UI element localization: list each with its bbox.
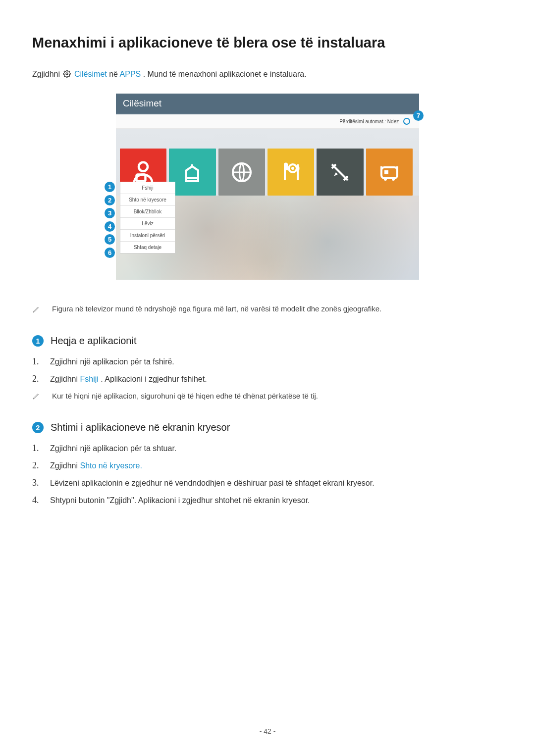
badge-column: 1 2 3 4 5 6 bbox=[105, 182, 115, 260]
section-2-badge: 2 bbox=[32, 422, 44, 433]
section-1-list: 1. Zgjidhni një aplikacion për ta fshirë… bbox=[32, 356, 503, 402]
menu-block[interactable]: Bllok/Zhbllok bbox=[120, 206, 175, 218]
menu-reinstall[interactable]: Instaloni përsëri bbox=[120, 230, 175, 242]
gear-icon bbox=[63, 70, 71, 80]
app-tile-dark[interactable] bbox=[317, 149, 363, 196]
list-item: 2. Zgjidhni Shto në kryesore. bbox=[32, 460, 503, 471]
menu-details[interactable]: Shfaq detaje bbox=[120, 242, 175, 253]
callout-badge-4: 4 bbox=[105, 221, 115, 232]
tv-screenshot: Cilësimet Përditësimi automat.: Ndez bbox=[116, 94, 419, 280]
svg-rect-7 bbox=[381, 167, 397, 178]
svg-point-9 bbox=[392, 178, 395, 181]
list-item: 3. Lëvizeni aplikacionin e zgjedhur në v… bbox=[32, 478, 503, 488]
tv-titlebar: Cilësimet bbox=[116, 94, 419, 114]
svg-rect-10 bbox=[384, 170, 388, 174]
figure-note: Figura në televizor mund të ndryshojë ng… bbox=[32, 304, 503, 315]
list-num: 2. bbox=[32, 374, 50, 384]
intro-paragraph: Zgjidhni Cilësimet në APPS . Mund të men… bbox=[32, 70, 503, 80]
list-num: 1. bbox=[32, 356, 50, 367]
item2-suffix: . Aplikacioni i zgjedhur fshihet. bbox=[101, 375, 207, 383]
callout-badge-7-wrap: 7 bbox=[413, 110, 424, 121]
section-1-title: Heqja e aplikacionit bbox=[51, 335, 136, 347]
list-text: Zgjidhni një aplikacion për ta shtuar. bbox=[50, 443, 176, 453]
list-item: 2. Zgjidhni Fshiji . Aplikacioni i zgjed… bbox=[32, 374, 503, 384]
section-1-badge: 1 bbox=[32, 335, 44, 347]
apps-link[interactable]: APPS bbox=[120, 70, 141, 78]
list-item: 1. Zgjidhni një aplikacion për ta shtuar… bbox=[32, 443, 503, 454]
svg-point-6 bbox=[291, 167, 294, 170]
auto-update-label: Përditësimi automat.: Ndez bbox=[339, 119, 399, 124]
list-num: 4. bbox=[32, 495, 50, 505]
intro-mid: në bbox=[109, 70, 119, 78]
svg-rect-3 bbox=[186, 178, 198, 181]
settings-link[interactable]: Cilësimet bbox=[74, 70, 107, 78]
item2-prefix: Zgjidhni bbox=[50, 461, 80, 470]
delete-link[interactable]: Fshiji bbox=[80, 375, 98, 383]
app-tile-yellow[interactable] bbox=[268, 149, 314, 196]
pencil-icon bbox=[32, 392, 40, 402]
list-item: 1. Zgjidhni një aplikacion për ta fshirë… bbox=[32, 356, 503, 367]
intro-suffix: . Mund të menaxhoni aplikacionet e insta… bbox=[143, 70, 307, 78]
callout-badge-6: 6 bbox=[105, 248, 115, 258]
add-home-link[interactable]: Shto në kryesore. bbox=[80, 461, 142, 470]
list-text: Zgjidhni një aplikacion për ta fshirë. bbox=[50, 356, 174, 366]
app-tile-orange[interactable] bbox=[366, 149, 413, 196]
section-1-note: Kur të hiqni një aplikacion, sigurohuni … bbox=[32, 391, 503, 402]
list-text: Zgjidhni Fshiji . Aplikacioni i zgjedhur… bbox=[50, 374, 207, 384]
svg-point-1 bbox=[139, 162, 148, 171]
callout-badge-2: 2 bbox=[105, 195, 115, 205]
menu-delete[interactable]: Fshiji bbox=[120, 182, 175, 194]
auto-update-toggle[interactable] bbox=[403, 118, 410, 125]
section-2-title: Shtimi i aplikacioneve në ekranin kryeso… bbox=[51, 422, 230, 433]
section-2-head: 2 Shtimi i aplikacioneve në ekranin krye… bbox=[32, 422, 503, 433]
list-text: Shtypni butonin "Zgjidh". Aplikacioni i … bbox=[50, 495, 310, 505]
section-2-list: 1. Zgjidhni një aplikacion për ta shtuar… bbox=[32, 443, 503, 505]
list-item: 4. Shtypni butonin "Zgjidh". Aplikacioni… bbox=[32, 495, 503, 505]
app-tile-gray[interactable] bbox=[218, 149, 265, 196]
menu-move[interactable]: Lëviz bbox=[120, 218, 175, 230]
section-1-head: 1 Heqja e aplikacionit bbox=[32, 335, 503, 347]
context-menu: Fshiji Shto në kryesore Bllok/Zhbllok Lë… bbox=[120, 182, 175, 253]
pencil-icon bbox=[32, 305, 40, 315]
callout-badge-5: 5 bbox=[105, 234, 115, 245]
section-2: 2 Shtimi i aplikacioneve në ekranin krye… bbox=[32, 422, 503, 505]
list-num: 3. bbox=[32, 478, 50, 488]
list-num: 2. bbox=[32, 460, 50, 471]
section-1: 1 Heqja e aplikacionit 1. Zgjidhni një a… bbox=[32, 335, 503, 402]
list-num: 1. bbox=[32, 443, 50, 454]
callout-badge-7: 7 bbox=[413, 110, 424, 121]
svg-rect-2 bbox=[137, 174, 146, 181]
figure-note-text: Figura në televizor mund të ndryshojë ng… bbox=[52, 304, 381, 313]
page-title: Menaxhimi i aplikacioneve të blera ose t… bbox=[32, 35, 503, 51]
callout-badge-1: 1 bbox=[105, 182, 115, 192]
tv-header-row: Përditësimi automat.: Ndez bbox=[116, 114, 419, 129]
menu-add-home[interactable]: Shto në kryesore bbox=[120, 194, 175, 206]
intro-prefix: Zgjidhni bbox=[32, 70, 62, 78]
section-1-note-text: Kur të hiqni një aplikacion, sigurohuni … bbox=[52, 391, 318, 400]
list-text: Zgjidhni Shto në kryesore. bbox=[50, 460, 142, 470]
document-page: Menaxhimi i aplikacioneve të blera ose t… bbox=[0, 0, 535, 505]
svg-point-0 bbox=[66, 73, 68, 75]
svg-point-8 bbox=[384, 178, 387, 181]
app-tile-teal[interactable] bbox=[169, 149, 215, 196]
item2-prefix: Zgjidhni bbox=[50, 375, 80, 383]
callout-badge-3: 3 bbox=[105, 208, 115, 218]
list-text: Lëvizeni aplikacionin e zgjedhur në vend… bbox=[50, 478, 374, 488]
page-number: - 42 - bbox=[0, 727, 535, 735]
